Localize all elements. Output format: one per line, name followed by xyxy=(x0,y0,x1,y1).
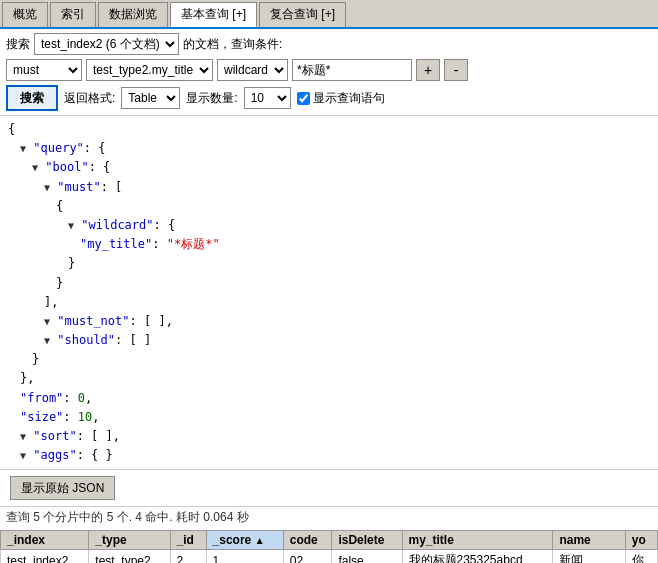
tab-data-browser[interactable]: 数据浏览 xyxy=(98,2,168,27)
query-type-select[interactable]: wildcard match term range xyxy=(217,59,288,81)
table-header: _index _type _id _score ▲ code isDelete … xyxy=(1,531,658,550)
col-header-my-title: my_title xyxy=(402,531,553,550)
json-line: "from": 0, xyxy=(8,389,650,408)
search-area: 搜索 test_index2 (6 个文档) 的文档，查询条件: must mu… xyxy=(0,29,658,116)
query-info: 查询 5 个分片中的 5 个. 4 命中. 耗时 0.064 秒 xyxy=(0,507,658,530)
json-line: ▼ "query": { xyxy=(8,139,650,158)
search-button[interactable]: 搜索 xyxy=(6,85,58,111)
cell-my_title: 我的标题235325abcd xyxy=(402,550,553,563)
cell-_score: 1 xyxy=(206,550,283,563)
json-line: ▼ "aggs": { } xyxy=(8,446,650,465)
nav-tabs: 概览 索引 数据浏览 基本查询 [+] 复合查询 [+] xyxy=(0,0,658,29)
json-line: { xyxy=(8,197,650,216)
cell-_id: 2 xyxy=(170,550,206,563)
col-header-isdelete: isDelete xyxy=(332,531,402,550)
cell-_index: test_index2 xyxy=(1,550,89,563)
add-condition-button[interactable]: + xyxy=(416,59,440,81)
json-line: ▼ "must": [ xyxy=(8,178,650,197)
tab-overview[interactable]: 概览 xyxy=(2,2,48,27)
col-header-yo: yo xyxy=(625,531,657,550)
cell-isdelete: false xyxy=(332,550,402,563)
must-select[interactable]: must must_not should xyxy=(6,59,82,81)
json-line: } xyxy=(8,254,650,273)
json-line: } xyxy=(8,274,650,293)
col-header-score[interactable]: _score ▲ xyxy=(206,531,283,550)
show-json-area: 显示原始 JSON xyxy=(0,470,658,507)
remove-condition-button[interactable]: - xyxy=(444,59,468,81)
cell-name: 新闻 xyxy=(553,550,625,563)
table-row[interactable]: test_index2test_type22102false我的标题235325… xyxy=(1,550,658,563)
display-count-select[interactable]: 10 20 50 100 xyxy=(244,87,291,109)
tab-index[interactable]: 索引 xyxy=(50,2,96,27)
col-header-name: name xyxy=(553,531,625,550)
table-body: test_index2test_type22102false我的标题235325… xyxy=(1,550,658,563)
search-row2: must must_not should test_type2.my_title… xyxy=(6,59,652,81)
json-line: } xyxy=(8,350,650,369)
field-select[interactable]: test_type2.my_title xyxy=(86,59,213,81)
search-row3: 搜索 返回格式: Table JSON 显示数量: 10 20 50 100 显… xyxy=(6,85,652,111)
cell-_type: test_type2 xyxy=(89,550,170,563)
json-line: { xyxy=(8,120,650,139)
show-json-button[interactable]: 显示原始 JSON xyxy=(10,476,115,500)
json-line: "my_title": "*标题*" xyxy=(8,235,650,254)
display-count-label: 显示数量: xyxy=(186,90,237,107)
json-line: ], xyxy=(8,293,650,312)
json-line: ▼ "wildcard": { xyxy=(8,216,650,235)
col-header-id: _id xyxy=(170,531,206,550)
json-line: ▼ "bool": { xyxy=(8,158,650,177)
search-row1: 搜索 test_index2 (6 个文档) 的文档，查询条件: xyxy=(6,33,652,55)
json-display-area: { ▼ "query": { ▼ "bool": { ▼ "must": [ {… xyxy=(0,116,658,470)
show-query-label[interactable]: 显示查询语句 xyxy=(297,90,385,107)
col-header-type: _type xyxy=(89,531,170,550)
json-line: ▼ "sort": [ ], xyxy=(8,427,650,446)
doc-label: 的文档，查询条件: xyxy=(183,36,282,53)
cell-yo: 你 xyxy=(625,550,657,563)
col-header-index: _index xyxy=(1,531,89,550)
format-select[interactable]: Table JSON xyxy=(121,87,180,109)
results-table-container: _index _type _id _score ▲ code isDelete … xyxy=(0,530,658,563)
json-line: }, xyxy=(8,369,650,388)
search-label: 搜索 xyxy=(6,36,30,53)
json-line: ▼ "must_not": [ ], xyxy=(8,312,650,331)
json-line: "size": 10, xyxy=(8,408,650,427)
results-table: _index _type _id _score ▲ code isDelete … xyxy=(0,530,658,563)
return-format-label: 返回格式: xyxy=(64,90,115,107)
show-query-text: 显示查询语句 xyxy=(313,90,385,107)
show-query-checkbox[interactable] xyxy=(297,92,310,105)
tab-compound-query[interactable]: 复合查询 [+] xyxy=(259,2,346,27)
tab-basic-query[interactable]: 基本查询 [+] xyxy=(170,2,257,27)
index-select[interactable]: test_index2 (6 个文档) xyxy=(34,33,179,55)
query-value-input[interactable] xyxy=(292,59,412,81)
json-line: ▼ "should": [ ] xyxy=(8,331,650,350)
col-header-code: code xyxy=(283,531,332,550)
cell-code: 02 xyxy=(283,550,332,563)
